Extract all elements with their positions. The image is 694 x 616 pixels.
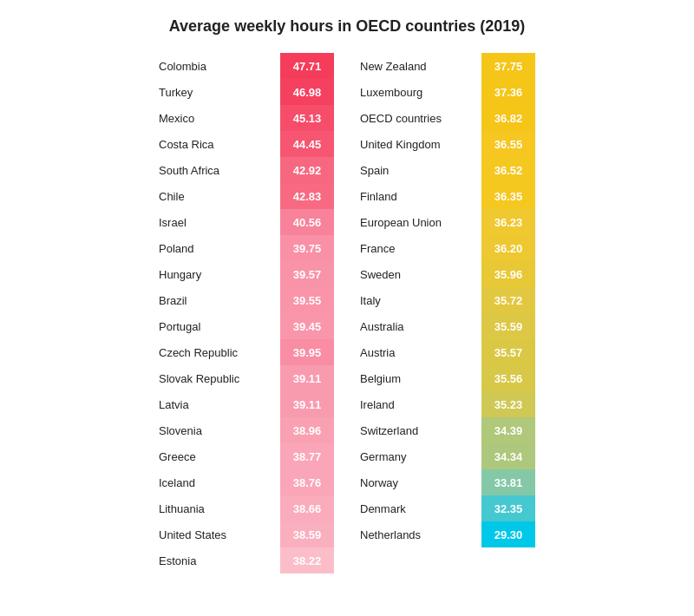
country-label: Poland [159, 235, 280, 261]
table-row: Brazil39.55 [159, 287, 334, 313]
country-label: United Kingdom [360, 131, 481, 157]
value-box: 39.75 [280, 235, 334, 261]
table-row: United Kingdom36.55 [360, 131, 535, 157]
value-box: 39.11 [280, 391, 334, 417]
value-box: 38.96 [280, 417, 334, 443]
value-box: 37.75 [481, 53, 535, 79]
value-box: 34.39 [481, 417, 535, 443]
table-row: Slovak Republic39.11 [159, 365, 334, 391]
table-row: European Union36.23 [360, 209, 535, 235]
country-label: Luxembourg [360, 79, 481, 105]
left-column: Colombia47.71Turkey46.98Mexico45.13Costa… [159, 53, 334, 573]
value-box: 32.35 [481, 495, 535, 521]
table-row: Belgium35.56 [360, 365, 535, 391]
table-row: Latvia39.11 [159, 391, 334, 417]
country-label: Colombia [159, 53, 280, 79]
table-row: Chile42.83 [159, 183, 334, 209]
table-row: Norway33.81 [360, 469, 535, 495]
country-label: Norway [360, 469, 481, 495]
country-label: Israel [159, 209, 280, 235]
table-row: Austria35.57 [360, 339, 535, 365]
country-label: Australia [360, 313, 481, 339]
value-box: 37.36 [481, 79, 535, 105]
table-row: Ireland35.23 [360, 391, 535, 417]
table-row: Slovenia38.96 [159, 417, 334, 443]
table-row: Sweden35.96 [360, 261, 535, 287]
table-row: Australia35.59 [360, 313, 535, 339]
country-label: France [360, 235, 481, 261]
value-box: 36.55 [481, 131, 535, 157]
country-label: Spain [360, 157, 481, 183]
value-box: 39.95 [280, 339, 334, 365]
value-box: 38.76 [280, 469, 334, 495]
country-label: Netherlands [360, 521, 481, 547]
table-row: Hungary39.57 [159, 261, 334, 287]
country-label: Denmark [360, 495, 481, 521]
right-column: New Zealand37.75Luxembourg37.36OECD coun… [360, 53, 535, 573]
table-row: Turkey46.98 [159, 79, 334, 105]
value-box: 36.23 [481, 209, 535, 235]
country-label: Austria [360, 339, 481, 365]
value-box: 47.71 [280, 53, 334, 79]
table-row: Netherlands29.30 [360, 521, 535, 547]
table-row: Colombia47.71 [159, 53, 334, 79]
country-label: Iceland [159, 469, 280, 495]
country-label: South Africa [159, 157, 280, 183]
value-box: 38.59 [280, 521, 334, 547]
value-box: 44.45 [280, 131, 334, 157]
table-row: France36.20 [360, 235, 535, 261]
value-box: 38.77 [280, 443, 334, 469]
value-box: 45.13 [280, 105, 334, 131]
value-box: 35.23 [481, 391, 535, 417]
table-row: Germany34.34 [360, 443, 535, 469]
value-box: 33.81 [481, 469, 535, 495]
country-label: European Union [360, 209, 481, 235]
value-box: 34.34 [481, 443, 535, 469]
value-box: 42.92 [280, 157, 334, 183]
value-box: 39.11 [280, 365, 334, 391]
country-label: Estonia [159, 547, 280, 573]
value-box: 42.83 [280, 183, 334, 209]
table-row: Iceland38.76 [159, 469, 334, 495]
table-row: United States38.59 [159, 521, 334, 547]
table-row: Lithuania38.66 [159, 495, 334, 521]
value-box: 36.20 [481, 235, 535, 261]
country-label: Slovak Republic [159, 365, 280, 391]
value-box: 35.57 [481, 339, 535, 365]
chart-title: Average weekly hours in OECD countries (… [17, 17, 677, 36]
table-row: Estonia38.22 [159, 547, 334, 573]
table-row: Costa Rica44.45 [159, 131, 334, 157]
country-label: Latvia [159, 391, 280, 417]
country-label: Greece [159, 443, 280, 469]
table-row: Poland39.75 [159, 235, 334, 261]
value-box: 38.66 [280, 495, 334, 521]
country-label: Italy [360, 287, 481, 313]
table-row: New Zealand37.75 [360, 53, 535, 79]
value-box: 35.96 [481, 261, 535, 287]
country-label: Chile [159, 183, 280, 209]
country-label: Slovenia [159, 417, 280, 443]
country-label: Turkey [159, 79, 280, 105]
table-row: Finland36.35 [360, 183, 535, 209]
country-label: New Zealand [360, 53, 481, 79]
value-box: 39.55 [280, 287, 334, 313]
table-row: Czech Republic39.95 [159, 339, 334, 365]
table-row: Israel40.56 [159, 209, 334, 235]
table-row: Denmark32.35 [360, 495, 535, 521]
value-box: 35.59 [481, 313, 535, 339]
value-box: 36.82 [481, 105, 535, 131]
value-box: 35.72 [481, 287, 535, 313]
country-label: Portugal [159, 313, 280, 339]
country-label: Mexico [159, 105, 280, 131]
value-box: 46.98 [280, 79, 334, 105]
table-row: OECD countries36.82 [360, 105, 535, 131]
table-row: Mexico45.13 [159, 105, 334, 131]
table-row: Switzerland34.39 [360, 417, 535, 443]
country-label: United States [159, 521, 280, 547]
table-row: Greece38.77 [159, 443, 334, 469]
value-box: 36.35 [481, 183, 535, 209]
table-row: Portugal39.45 [159, 313, 334, 339]
value-box: 38.22 [280, 547, 334, 573]
value-box: 36.52 [481, 157, 535, 183]
table-row: South Africa42.92 [159, 157, 334, 183]
